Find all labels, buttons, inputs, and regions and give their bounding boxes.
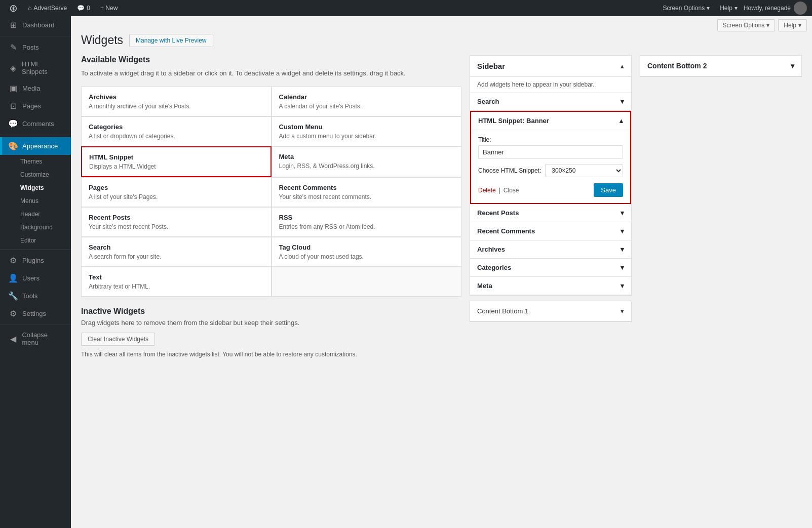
pages-icon: ⊡ <box>8 101 18 111</box>
archives-label: Archives <box>477 246 505 253</box>
manage-preview-button[interactable]: Manage with Live Preview <box>129 34 213 47</box>
categories-widget-header[interactable]: Categories <box>470 259 631 276</box>
sidebar-item-media[interactable]: ▣ Media <box>0 79 71 97</box>
chevron-down-icon <box>621 264 624 271</box>
snippet-select[interactable]: 300×250 <box>545 164 623 177</box>
meta-widget: Meta <box>470 277 631 295</box>
comments-count: 0 <box>87 5 90 12</box>
categories-label: Categories <box>477 264 511 271</box>
help-btn[interactable]: Help ▾ <box>716 0 742 16</box>
search-widget: Search <box>470 93 631 111</box>
widget-meta[interactable]: Meta Login, RSS, & WordPress.org links. <box>272 146 462 177</box>
widget-tag-cloud[interactable]: Tag Cloud A cloud of your most used tags… <box>272 237 462 267</box>
chevron-down-icon <box>621 98 624 105</box>
dashboard-icon: ⊞ <box>8 20 18 30</box>
widget-custom-menu[interactable]: Custom Menu Add a custom menu to your si… <box>272 116 462 146</box>
categories-widget: Categories <box>470 259 631 277</box>
sidebar-item-label: Appearance <box>22 142 58 150</box>
title-label: Title: <box>478 136 623 143</box>
sidebar-item-tools[interactable]: 🔧 Tools <box>0 287 71 305</box>
recent-posts-widget-header[interactable]: Recent Posts <box>470 204 631 222</box>
widget-categories[interactable]: Categories A list or dropdown of categor… <box>81 116 272 146</box>
content-bottom-1-title: Content Bottom 1 <box>477 307 528 315</box>
left-column: Available Widgets To activate a widget d… <box>81 55 461 358</box>
clear-inactive-button[interactable]: Clear Inactive Widgets <box>81 333 155 346</box>
wp-logo-item[interactable]: ⊛ <box>5 0 22 16</box>
submenu-item-widgets[interactable]: Widgets <box>0 181 71 194</box>
howdy-item[interactable]: Howdy, renegade <box>744 2 807 15</box>
content-bottom-1-panel: Content Bottom 1 <box>470 301 632 322</box>
chevron-down-icon <box>621 209 624 217</box>
chevron-down-icon <box>791 62 794 70</box>
available-widgets-desc: To activate a widget drag it to a sideba… <box>81 68 461 78</box>
delete-link[interactable]: Delete <box>478 187 496 194</box>
avatar <box>794 2 807 15</box>
middle-column: Sidebar Add widgets here to appear in yo… <box>470 55 632 322</box>
posts-icon: ✎ <box>8 43 18 52</box>
html-snippet-widget-header[interactable]: HTML Snippet: Banner <box>471 112 630 130</box>
widget-actions-left: Delete | Close <box>478 187 519 194</box>
sidebar-item-appearance[interactable]: 🎨 Appearance <box>0 137 71 155</box>
main-content: Screen Options ▾ Help ▾ Widgets Manage w… <box>71 16 812 528</box>
search-widget-header[interactable]: Search <box>470 93 631 110</box>
chevron-down-icon: ▾ <box>707 5 710 12</box>
chevron-down-icon: ▾ <box>766 22 769 29</box>
widget-recent-comments[interactable]: Recent Comments Your site's most recent … <box>272 177 462 207</box>
submenu-item-header[interactable]: Header <box>0 208 71 221</box>
screen-options-btn[interactable]: Screen Options ▾ <box>659 0 714 16</box>
comments-icon: 💬 <box>8 119 18 129</box>
content-bottom-1: Content Bottom 1 <box>470 301 632 322</box>
close-link[interactable]: Close <box>504 187 519 194</box>
sidebar-item-pages[interactable]: ⊡ Pages <box>0 97 71 115</box>
screen-options-button[interactable]: Screen Options ▾ <box>717 19 776 31</box>
recent-comments-widget-header[interactable]: Recent Comments <box>470 222 631 240</box>
sidebar-item-plugins[interactable]: ⚙ Plugins <box>0 252 71 269</box>
sidebar-item-html-snippets[interactable]: ◈ HTML Snippets <box>0 56 71 79</box>
inactive-widgets-section: Inactive Widgets Drag widgets here to re… <box>81 307 461 358</box>
widget-recent-posts[interactable]: Recent Posts Your site's most recent Pos… <box>81 207 272 237</box>
snippet-select-wrap: Choose HTML Snippet: 300×250 <box>478 164 623 177</box>
save-button[interactable]: Save <box>594 183 623 197</box>
title-input[interactable] <box>478 145 623 159</box>
sidebar-item-dashboard[interactable]: ⊞ Dashboard <box>0 16 71 34</box>
comments-item[interactable]: 💬 0 <box>73 0 94 16</box>
sidebar-item-label: Media <box>22 85 40 92</box>
chevron-down-icon: ▾ <box>798 22 801 29</box>
new-item[interactable]: + New <box>96 0 122 16</box>
sidebar-item-users[interactable]: 👤 Users <box>0 269 71 287</box>
widget-archives[interactable]: Archives A monthly archive of your site'… <box>81 87 272 116</box>
separator: | <box>499 187 500 194</box>
widget-rss[interactable]: RSS Entries from any RSS or Atom feed. <box>272 207 462 237</box>
submenu-item-menus[interactable]: Menus <box>0 194 71 208</box>
sidebar-item-posts[interactable]: ✎ Posts <box>0 38 71 56</box>
archives-widget-header[interactable]: Archives <box>470 240 631 258</box>
submenu-item-themes[interactable]: Themes <box>0 155 71 168</box>
meta-widget-header[interactable]: Meta <box>470 277 631 295</box>
recent-comments-widget: Recent Comments <box>470 222 631 240</box>
sidebar-item-comments[interactable]: 💬 Comments <box>0 115 71 133</box>
chevron-down-icon <box>621 227 624 235</box>
snippet-label: Choose HTML Snippet: <box>478 167 541 174</box>
archives-widget: Archives <box>470 240 631 259</box>
sidebar-item-collapse[interactable]: ◀ Collapse menu <box>0 327 71 350</box>
content-bottom-2-panel: Content Bottom 2 <box>640 55 802 77</box>
site-name-item[interactable]: ⌂ AdvertServe <box>24 0 71 16</box>
widget-pages[interactable]: Pages A list of your site's Pages. <box>81 177 272 207</box>
sidebar-panel-header[interactable]: Sidebar <box>470 56 631 77</box>
sidebar-panel-title: Sidebar <box>477 62 505 70</box>
content-bottom-2-title: Content Bottom 2 <box>647 62 707 70</box>
widget-search[interactable]: Search A search form for your site. <box>81 237 272 267</box>
submenu-item-background[interactable]: Background <box>0 221 71 234</box>
submenu-item-editor[interactable]: Editor <box>0 234 71 247</box>
widget-text[interactable]: Text Arbitrary text or HTML. <box>81 267 272 297</box>
widget-html-snippet[interactable]: HTML Snippet Displays a HTML Widget <box>81 146 272 177</box>
sidebar-item-settings[interactable]: ⚙ Settings <box>0 305 71 322</box>
content-bottom-2-header[interactable]: Content Bottom 2 <box>640 56 801 76</box>
submenu-item-customize[interactable]: Customize <box>0 168 71 181</box>
help-button[interactable]: Help ▾ <box>778 19 807 31</box>
content-bottom-1-header[interactable]: Content Bottom 1 <box>470 301 631 321</box>
howdy-text: Howdy, renegade <box>744 5 791 12</box>
chevron-up-icon <box>620 117 623 125</box>
widget-calendar[interactable]: Calendar A calendar of your site's Posts… <box>272 87 462 116</box>
search-widget-label: Search <box>477 98 499 105</box>
